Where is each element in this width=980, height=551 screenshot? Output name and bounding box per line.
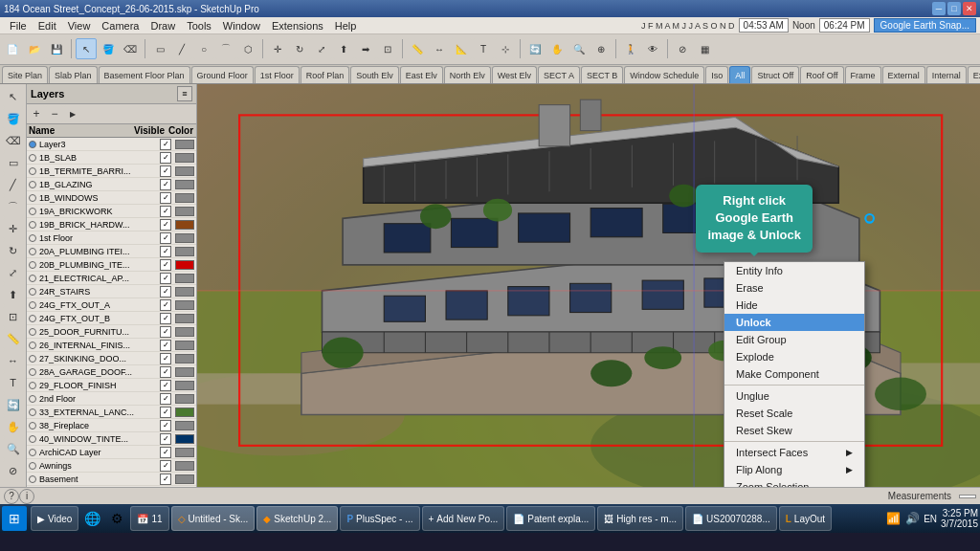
taskbar-browser-icon[interactable]: 🌐 [80, 507, 103, 530]
ctx-explode[interactable]: Explode [724, 348, 864, 365]
layer-visibility-check[interactable]: ✓ [160, 340, 171, 351]
layer-row[interactable]: ArchiCAD Layer✓ [27, 446, 196, 459]
ctx-unlock[interactable]: Unlock [724, 314, 864, 331]
tab-sect-a[interactable]: SECT A [538, 66, 580, 83]
layer-color-swatch[interactable] [175, 300, 194, 310]
google-earth-snap-btn[interactable]: Google Earth Snap... [874, 18, 976, 33]
layer-visibility-check[interactable]: ✓ [160, 433, 171, 445]
ctx-make-component[interactable]: Make Component [724, 365, 864, 383]
layers-options-btn[interactable]: ▶ [64, 105, 81, 122]
tool-poly[interactable]: ⬡ [237, 38, 258, 59]
taskbar-calendar[interactable]: 📅 11 [130, 506, 168, 531]
tab-iso[interactable]: Iso [705, 66, 728, 83]
layer-visibility-check[interactable]: ✓ [160, 232, 171, 244]
tool-line[interactable]: ╱ [171, 38, 192, 59]
minimize-button[interactable]: ─ [932, 2, 946, 15]
layer-row[interactable]: 24R_STAIRS✓ [27, 285, 196, 298]
layer-row[interactable]: 38_Fireplace✓ [27, 419, 196, 432]
menu-edit[interactable]: Edit [33, 19, 62, 33]
tab-site-plan[interactable]: Site Plan [2, 66, 48, 83]
left-tool-erase[interactable]: ⌫ [3, 130, 24, 151]
ctx-intersect-faces[interactable]: Intersect Faces ▶ [724, 444, 864, 461]
left-tool-section[interactable]: ⊘ [3, 460, 24, 481]
menu-file[interactable]: File [4, 19, 33, 33]
statusbar-help-icon[interactable]: ? [4, 489, 19, 504]
layer-visibility-check[interactable]: ✓ [160, 353, 171, 364]
ctx-hide[interactable]: Hide [724, 297, 864, 314]
layer-color-swatch[interactable] [175, 434, 194, 444]
layer-color-swatch[interactable] [175, 381, 194, 390]
layer-row[interactable]: 1B_WINDOWS✓ [27, 191, 196, 205]
taskbar-settings-icon[interactable]: ⚙ [105, 507, 128, 530]
layer-row[interactable]: 1B_GLAZING✓ [27, 178, 196, 191]
layer-visibility-check[interactable]: ✓ [160, 192, 171, 204]
tool-zoom[interactable]: 🔍 [568, 38, 590, 59]
taskbar-video[interactable]: ▶ Video [31, 506, 78, 531]
tab-window-schedule[interactable]: Window Schedule [624, 66, 704, 83]
menu-tools[interactable]: Tools [181, 19, 217, 33]
ctx-unglue[interactable]: Unglue [724, 387, 864, 405]
layer-color-swatch[interactable] [175, 180, 194, 189]
layer-color-swatch[interactable] [175, 153, 194, 163]
tool-walk[interactable]: 🚶 [620, 38, 641, 59]
tab-struct-off[interactable]: Struct Off [751, 66, 799, 83]
left-tool-text[interactable]: T [3, 372, 24, 393]
layer-visibility-check[interactable]: ✓ [160, 246, 171, 257]
layer-color-swatch[interactable] [175, 421, 194, 430]
layer-visibility-check[interactable]: ✓ [160, 407, 171, 418]
layer-color-swatch[interactable] [175, 274, 194, 283]
layers-resize-btn[interactable]: ≡ [177, 86, 192, 101]
layer-visibility-check[interactable]: ✓ [160, 420, 171, 431]
taskbar-sketchup-2[interactable]: ◆ SketchUp 2... [256, 506, 338, 531]
layer-visibility-check[interactable]: ✓ [160, 219, 171, 231]
layer-row[interactable]: 24G_FTX_OUT_A✓ [27, 298, 196, 312]
layer-row[interactable]: Awnings✓ [27, 459, 196, 473]
left-tool-orbit[interactable]: 🔄 [3, 394, 24, 415]
layer-color-swatch[interactable] [175, 314, 194, 323]
left-tool-rotate[interactable]: ↻ [3, 240, 24, 261]
layer-row[interactable]: 29_FLOOR_FINISH✓ [27, 379, 196, 392]
layer-visibility-check[interactable]: ✓ [160, 259, 171, 271]
layer-color-swatch[interactable] [175, 448, 194, 457]
tool-arc[interactable]: ⌒ [215, 38, 236, 59]
ctx-edit-group[interactable]: Edit Group [724, 331, 864, 348]
layer-visibility-check[interactable]: ✓ [160, 179, 171, 190]
tool-look[interactable]: 👁 [642, 38, 663, 59]
left-tool-offset[interactable]: ⊡ [3, 306, 24, 327]
layer-visibility-check[interactable]: ✓ [160, 313, 171, 324]
layer-visibility-check[interactable]: ✓ [160, 326, 171, 338]
tab-roof-off[interactable]: Roof Off [800, 66, 843, 83]
layer-color-swatch[interactable] [175, 474, 194, 484]
tab-all[interactable]: All [729, 66, 750, 83]
taskbar-sketchup-1[interactable]: ◇ Untitled - Sk... [171, 506, 256, 531]
layer-row[interactable]: Basement✓ [27, 473, 196, 486]
left-tool-pushpull[interactable]: ⬆ [3, 284, 24, 305]
add-layer-btn[interactable]: + [28, 105, 45, 122]
layer-visibility-check[interactable]: ✓ [160, 380, 171, 391]
tool-orbit[interactable]: 🔄 [524, 38, 546, 59]
tool-tape[interactable]: 📏 [407, 38, 428, 59]
tab-internal[interactable]: Internal [926, 66, 967, 83]
taskbar-patent[interactable]: 📄 Patent expla... [506, 506, 595, 531]
layer-row[interactable]: Layer3✓ [27, 138, 196, 151]
menu-draw[interactable]: Draw [145, 19, 181, 33]
layer-color-swatch[interactable] [175, 140, 194, 149]
layer-color-swatch[interactable] [175, 394, 194, 404]
tool-scale[interactable]: ⤢ [311, 38, 332, 59]
layer-row[interactable]: 21_ELECTRICAL_AP...✓ [27, 272, 196, 285]
layer-row[interactable]: 28A_GARAGE_DOOF...✓ [27, 365, 196, 379]
layer-row[interactable]: 20A_PLUMBING ITEI...✓ [27, 245, 196, 258]
layer-row[interactable]: 40_WINDOW_TINTE...✓ [27, 432, 196, 446]
layer-row[interactable]: 33_EXTERNAL_LANC...✓ [27, 406, 196, 419]
tool-move[interactable]: ✛ [267, 38, 288, 59]
tool-section-plane[interactable]: ▦ [694, 38, 715, 59]
left-tool-scale[interactable]: ⤢ [3, 262, 24, 283]
layer-color-swatch[interactable] [175, 260, 194, 270]
viewport[interactable]: Entity Info Erase Hide Unlock Edit Group… [197, 84, 980, 487]
left-tool-line[interactable]: ╱ [3, 174, 24, 195]
tray-volume-icon[interactable]: 🔊 [904, 511, 920, 526]
layer-row[interactable]: Driveway✓ [27, 486, 196, 487]
taskbar-patent2[interactable]: 📄 US20070288... [685, 506, 777, 531]
tab-roof-plan[interactable]: Roof Plan [301, 66, 350, 83]
ctx-erase[interactable]: Erase [724, 279, 864, 297]
